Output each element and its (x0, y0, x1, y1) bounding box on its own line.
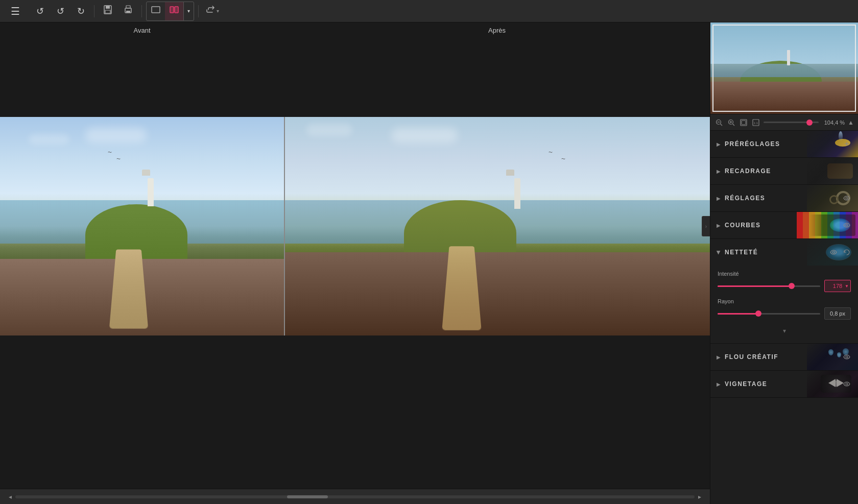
horizontal-scrollbar[interactable] (15, 495, 695, 498)
rayon-slider-thumb[interactable] (755, 310, 761, 317)
svg-point-24 (846, 383, 848, 385)
reglages-arrow: ▶ (717, 196, 721, 201)
scroll-right-button[interactable]: ▸ (695, 492, 705, 502)
bird-1: 〜 (108, 150, 112, 155)
flou-icons (842, 352, 852, 362)
svg-text:1:1: 1:1 (754, 122, 758, 125)
panel-sections: ▶ PRÉRÉGLAGES + ▶ RECADRAGE (710, 131, 858, 504)
canvas-top-dark: Avant Après (0, 22, 710, 117)
intensite-arrow: ▼ (845, 284, 849, 289)
section-vignetage: ▶ VIGNETAGE (710, 371, 858, 398)
section-header-flou[interactable]: ▶ FLOU CRÉATIF (710, 344, 858, 370)
thumbnail-border (712, 25, 856, 112)
svg-rect-17 (742, 121, 746, 125)
avant-label: Avant (0, 27, 284, 34)
section-header-reglages[interactable]: ▶ RÉGLAGES (710, 185, 858, 211)
section-prereglages: ▶ PRÉRÉGLAGES + (710, 131, 858, 158)
view-single-button[interactable] (147, 2, 165, 20)
zoom-100-icon[interactable]: 1:1 (751, 118, 760, 127)
nettete-eye-button[interactable] (828, 247, 839, 257)
svg-rect-8 (175, 7, 178, 13)
nettete-reset-button[interactable] (842, 247, 852, 257)
photo-after-bg: 〜 〜 (285, 117, 710, 335)
bird-4: 〜 (561, 156, 565, 162)
intensite-control: 178 ▼ (718, 280, 851, 292)
redo-undo-icon: ↺ (57, 6, 64, 17)
zoom-slider[interactable] (764, 122, 819, 123)
scroll-left-button[interactable]: ◂ (5, 492, 15, 502)
view-single-icon (151, 6, 161, 16)
vignetage-title: VIGNETAGE (725, 380, 767, 388)
svg-point-20 (846, 197, 848, 199)
reglages-eye-button[interactable] (842, 193, 852, 203)
flou-arrow: ▶ (717, 354, 721, 360)
prereglages-title: PRÉRÉGLAGES (725, 140, 780, 148)
section-header-courbes[interactable]: ▶ COURBES (710, 212, 858, 238)
rayon-label: Rayon (718, 298, 851, 304)
intensite-slider-thumb[interactable] (789, 283, 795, 289)
section-reglages: ▶ RÉGLAGES (710, 185, 858, 212)
section-header-prereglages[interactable]: ▶ PRÉRÉGLAGES + (710, 131, 858, 157)
redo-icon: ↻ (77, 6, 85, 17)
courbes-icons (842, 220, 852, 230)
svg-rect-6 (152, 7, 160, 13)
rayon-slider-track[interactable] (718, 313, 820, 315)
view-dropdown-button[interactable]: ▾ (183, 2, 194, 20)
save-button[interactable] (99, 2, 117, 20)
zoom-slider-thumb[interactable] (806, 119, 813, 126)
zoom-in-icon[interactable] (727, 118, 736, 127)
top-toolbar: ☰ ↺ ↺ ↻ (0, 0, 858, 22)
svg-point-23 (846, 356, 848, 358)
zoom-out-icon[interactable] (714, 118, 724, 127)
zoom-fit-icon[interactable] (739, 118, 748, 127)
svg-rect-1 (106, 6, 110, 9)
redo-undo-button[interactable]: ↺ (51, 2, 69, 20)
intensite-slider-track[interactable] (718, 285, 820, 287)
zoom-up-arrow[interactable]: ▲ (848, 119, 854, 126)
canvas-bottom-bar: ◂ ▸ (0, 489, 710, 504)
vignetage-icons (842, 379, 852, 389)
separator-3 (198, 5, 199, 17)
section-nettete: ▶ NETTETÉ (710, 239, 858, 344)
svg-rect-2 (105, 10, 110, 13)
svg-rect-7 (170, 7, 174, 13)
photo-after: 〜 〜 (285, 117, 710, 335)
menu-button[interactable]: ☰ (6, 2, 25, 20)
canvas-area: Avant Après (0, 22, 710, 504)
print-button[interactable] (119, 2, 137, 20)
undo-button[interactable]: ↺ (31, 2, 49, 20)
print-icon (123, 5, 133, 17)
scrollbar-thumb[interactable] (287, 495, 328, 498)
zoom-value: 104,4 % (822, 119, 845, 126)
intensite-value[interactable]: 178 ▼ (824, 280, 851, 292)
flou-eye-button[interactable] (842, 352, 852, 362)
vignetage-eye-button[interactable] (842, 379, 852, 389)
view-split-icon (169, 6, 179, 16)
courbes-eye-button[interactable] (842, 220, 852, 230)
flou-title: FLOU CRÉATIF (725, 353, 778, 361)
recadrage-title: RECADRAGE (725, 167, 771, 175)
separator-1 (94, 5, 94, 17)
ba-labels: Avant Après (0, 27, 710, 34)
section-header-recadrage[interactable]: ▶ RECADRAGE (710, 158, 858, 184)
apres-label: Après (284, 27, 710, 34)
main-area: Avant Après (0, 22, 858, 504)
zoom-bar: 1:1 104,4 % ▲ (710, 114, 858, 131)
share-button[interactable]: ▾ (203, 2, 221, 20)
section-header-vignetage[interactable]: ▶ VIGNETAGE (710, 371, 858, 397)
section-header-nettete[interactable]: ▶ NETTETÉ (710, 239, 858, 266)
bird-2: 〜 (116, 156, 121, 162)
rayon-value[interactable]: 0,8 px (824, 307, 851, 320)
separator-2 (141, 5, 142, 17)
redo-button[interactable]: ↻ (72, 2, 90, 20)
nettete-expand-more-button[interactable]: ▾ (718, 326, 851, 336)
svg-rect-5 (126, 11, 130, 13)
svg-point-22 (832, 251, 835, 253)
nettete-arrow: ▶ (716, 250, 722, 254)
view-split-button[interactable] (165, 2, 183, 20)
prereglages-add-button[interactable]: + (842, 139, 852, 149)
panel-collapse-arrow[interactable]: › (702, 216, 710, 236)
intensite-label: Intensité (718, 271, 851, 277)
section-flou: ▶ FLOU CRÉATIF (710, 344, 858, 371)
section-courbes: ▶ COURBES (710, 212, 858, 239)
